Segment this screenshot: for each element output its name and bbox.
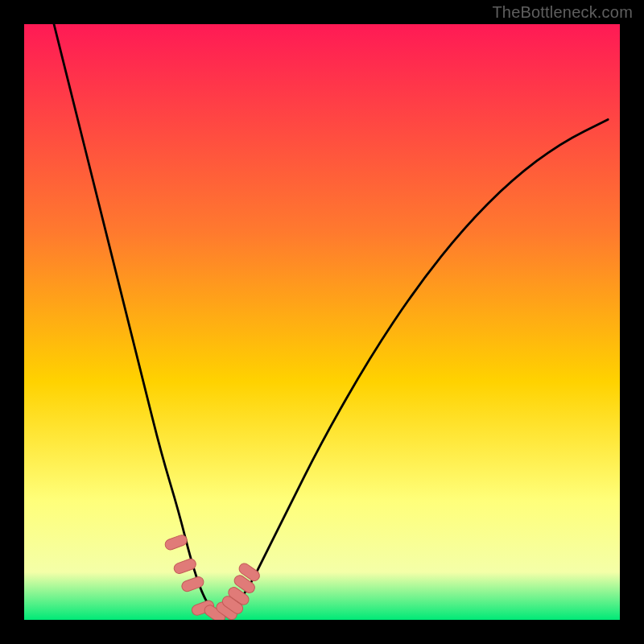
bottleneck-chart — [24, 24, 620, 620]
watermark-text: TheBottleneck.com — [492, 3, 633, 22]
gradient-background — [24, 24, 620, 620]
chart-frame: TheBottleneck.com — [0, 0, 644, 644]
plot-area — [24, 24, 620, 620]
